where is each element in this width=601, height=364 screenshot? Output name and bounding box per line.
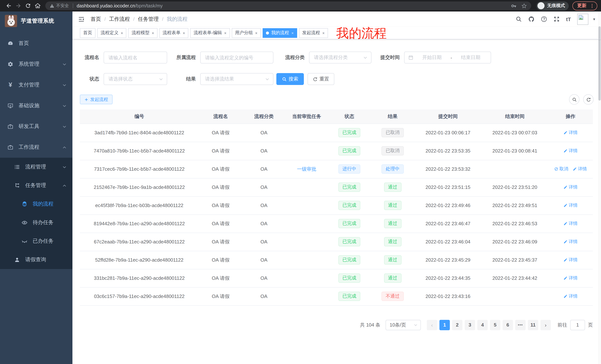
tab-用户分组[interactable]: 用户分组× [232, 28, 261, 38]
tab-发起流程[interactable]: 发起流程× [299, 28, 328, 38]
sidebar-item-待办任务[interactable]: 待办任务 [0, 213, 72, 232]
active-tab-dot-icon [266, 31, 269, 34]
breadcrumb-item[interactable]: 工作流程 [109, 16, 130, 22]
refresh-table-icon[interactable] [583, 94, 594, 105]
browser-menu-icon[interactable] [590, 3, 595, 8]
close-tab-icon[interactable]: × [152, 31, 154, 35]
browser-back-icon[interactable] [4, 1, 13, 10]
table-row: 331bc281-7b9a-11ec-a290-acde48001122OA 请… [80, 269, 593, 287]
page-button-6[interactable]: 6 [502, 320, 513, 330]
close-tab-icon[interactable]: × [121, 31, 123, 35]
reset-button[interactable]: 重置 [308, 73, 334, 85]
tab-流程模型[interactable]: 流程模型× [128, 28, 158, 38]
tab-流程表单-编辑[interactable]: 流程表单-编辑× [190, 28, 230, 38]
password-key-icon[interactable] [511, 3, 516, 8]
browser-reload-icon[interactable] [23, 1, 33, 10]
page-button-3[interactable]: 3 [465, 320, 475, 330]
more-pages-button[interactable]: ••• [515, 320, 526, 330]
github-icon[interactable] [528, 16, 534, 22]
detail-link[interactable]: 详情 [563, 293, 578, 299]
page-button-5[interactable]: 5 [490, 320, 500, 330]
range-separator: - [451, 55, 452, 60]
page-button-11[interactable]: 11 [528, 320, 538, 330]
page-size-select[interactable]: 10条/页 [386, 320, 421, 330]
detail-link[interactable]: 详情 [563, 184, 578, 190]
cancel-link[interactable]: 取消 [554, 166, 568, 172]
create-process-button[interactable]: 发起流程 [80, 95, 112, 104]
sidebar-item-工作流程[interactable]: 工作流程 [0, 137, 72, 158]
tab-首页[interactable]: 首页 [80, 28, 95, 38]
cell-current-task [285, 287, 328, 305]
filter-process-definition: 所属流程 [176, 52, 273, 63]
page-header: 首页/工作流程/任务管理/我的流程 tT ▼ [72, 11, 601, 27]
monitor-icon [7, 103, 13, 109]
avatar-caret-icon[interactable]: ▼ [592, 17, 596, 21]
fullscreen-icon[interactable] [553, 16, 560, 22]
search-button[interactable]: 搜索 [276, 73, 304, 85]
close-tab-icon[interactable]: × [291, 31, 294, 35]
next-page-button[interactable]: › [541, 320, 551, 330]
current-task-link[interactable]: 一级审批 [297, 166, 316, 172]
cell-current-task [285, 124, 328, 142]
close-tab-icon[interactable]: × [322, 31, 325, 35]
sidebar-item-请假查询[interactable]: 请假查询 [0, 250, 72, 269]
app-logo[interactable]: 芋道管理系统 [0, 11, 72, 30]
goto-page-input[interactable] [570, 320, 585, 330]
sidebar-item-支付管理[interactable]: ¥支付管理 [0, 75, 72, 95]
sidebar-item-我的流程[interactable]: 我的流程 [0, 195, 72, 213]
detail-link[interactable]: 详情 [563, 239, 578, 245]
close-tab-icon[interactable]: × [224, 31, 227, 35]
tree-icon [14, 182, 20, 189]
detail-link[interactable]: 详情 [573, 166, 587, 172]
sidebar-item-系统管理[interactable]: 系统管理 [0, 54, 72, 75]
detail-link[interactable]: 详情 [563, 220, 578, 227]
detail-link[interactable]: 详情 [563, 257, 578, 263]
tab-流程表单[interactable]: 流程表单× [159, 28, 189, 38]
user-avatar[interactable] [577, 14, 588, 25]
detail-link[interactable]: 详情 [563, 202, 578, 209]
toggle-search-icon[interactable] [569, 94, 580, 105]
breadcrumb-item[interactable]: 任务管理 [138, 16, 159, 22]
date-range-picker[interactable]: 开始日期 - 结束日期 [404, 52, 491, 63]
cell-result: 通过 [371, 214, 415, 233]
page-button-2[interactable]: 2 [452, 320, 462, 330]
breadcrumb-item[interactable]: 首页 [91, 16, 101, 22]
detail-link[interactable]: 详情 [563, 148, 578, 154]
cell-result: 通过 [371, 178, 415, 196]
tab-我的流程[interactable]: 我的流程× [263, 28, 297, 38]
help-icon[interactable] [541, 16, 547, 22]
sidebar-item-任务管理[interactable]: 任务管理 [0, 176, 72, 195]
tab-label: 发起流程 [302, 30, 320, 36]
detail-link[interactable]: 详情 [563, 275, 578, 281]
column-header: 流程分类 [242, 109, 285, 124]
font-size-icon[interactable]: tT [566, 16, 571, 22]
process-name-input[interactable] [104, 52, 167, 63]
sidebar-item-基础设施[interactable]: 基础设施 [0, 95, 72, 116]
status-select[interactable]: 请选择状态 [104, 73, 167, 85]
browser-forward-icon[interactable] [13, 1, 23, 10]
content-area: 流程名 所属流程 流程分类 请选择流程分类 提交时间 [72, 39, 601, 364]
header-search-icon[interactable] [516, 16, 522, 22]
tab-流程定义[interactable]: 流程定义× [97, 28, 127, 38]
result-select[interactable]: 请选择流结果 [200, 73, 273, 85]
close-tab-icon[interactable]: × [183, 31, 185, 35]
browser-update-button[interactable]: 更新 [572, 1, 597, 10]
security-warning-icon[interactable]: 不安全 [50, 3, 69, 9]
close-tab-icon[interactable]: × [255, 31, 258, 35]
cell-submit-time: 2022-01-22 23:44:35 [415, 269, 481, 287]
detail-link[interactable]: 详情 [563, 130, 578, 136]
sidebar-item-研发工具[interactable]: 研发工具 [0, 116, 72, 137]
collapse-sidebar-icon[interactable] [78, 16, 85, 22]
sidebar-item-流程管理[interactable]: 流程管理 [0, 158, 72, 176]
sidebar-item-首页[interactable]: 首页 [0, 33, 72, 54]
page-button-1[interactable]: 1 [440, 320, 450, 330]
table-toolbar: 发起流程 [80, 94, 594, 105]
bookmark-star-icon[interactable] [521, 3, 527, 8]
sidebar-item-已办任务[interactable]: 已办任务 [0, 232, 72, 250]
category-select[interactable]: 请选择流程分类 [309, 52, 371, 63]
address-bar[interactable]: 不安全 dashboard.yudao.iocoder.cn/bpm/task/… [45, 1, 531, 10]
browser-home-icon[interactable] [33, 1, 42, 10]
yen-icon: ¥ [7, 82, 13, 88]
page-button-4[interactable]: 4 [477, 320, 488, 330]
process-definition-input[interactable] [200, 52, 273, 63]
